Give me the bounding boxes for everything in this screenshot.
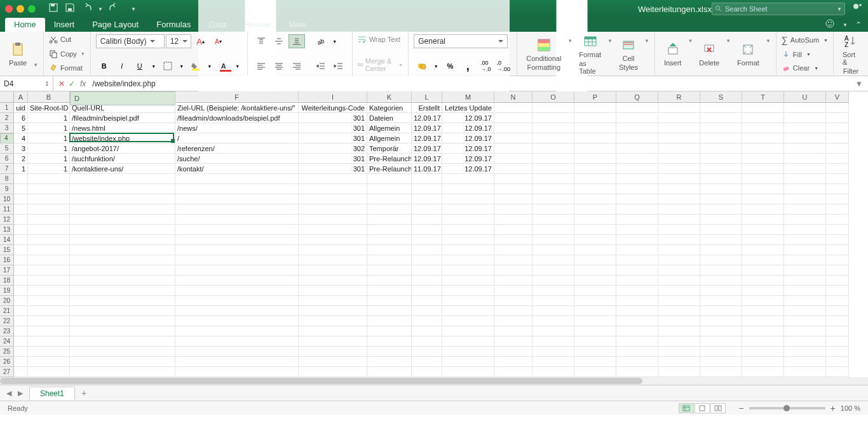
cell[interactable] xyxy=(742,154,784,164)
cell[interactable] xyxy=(367,276,412,286)
cell[interactable] xyxy=(28,255,70,265)
cell[interactable]: 1 xyxy=(28,164,70,174)
cell[interactable] xyxy=(658,143,700,154)
feedback-icon[interactable] xyxy=(825,18,835,31)
cell[interactable] xyxy=(826,265,849,276)
column-header[interactable]: F xyxy=(175,91,299,103)
format-as-table-button[interactable]: Formatas Table xyxy=(575,33,605,75)
column-header[interactable]: I xyxy=(299,91,367,103)
cell[interactable] xyxy=(616,255,658,265)
cell[interactable] xyxy=(70,316,175,326)
row-header[interactable]: 4 xyxy=(0,133,14,143)
cell[interactable] xyxy=(700,286,742,296)
cell[interactable] xyxy=(658,215,700,225)
cell[interactable] xyxy=(14,215,28,225)
cell[interactable] xyxy=(442,184,494,194)
cell[interactable]: /news.html xyxy=(70,123,175,133)
cell[interactable]: 1 xyxy=(28,133,70,143)
cell[interactable] xyxy=(658,347,700,357)
cell[interactable] xyxy=(70,215,175,225)
cell[interactable] xyxy=(70,265,175,276)
cell[interactable] xyxy=(700,255,742,265)
cell[interactable] xyxy=(299,265,367,276)
cell[interactable]: /kontakt/ xyxy=(175,164,299,174)
select-all-corner[interactable] xyxy=(0,91,14,103)
cell[interactable] xyxy=(70,357,175,367)
cell[interactable] xyxy=(616,367,658,377)
cell[interactable] xyxy=(494,306,532,316)
cell[interactable] xyxy=(28,184,70,194)
increase-decimal-button[interactable]: .00→.0 xyxy=(477,59,494,73)
ribbon-tab-formulas[interactable]: Formulas xyxy=(147,18,200,32)
cell[interactable] xyxy=(367,336,412,347)
cell[interactable]: 11.09.17 xyxy=(412,164,442,174)
cell[interactable] xyxy=(574,215,616,225)
cell[interactable] xyxy=(784,367,826,377)
cell[interactable] xyxy=(574,367,616,377)
cell[interactable] xyxy=(574,103,616,113)
cell[interactable] xyxy=(784,123,826,133)
cell[interactable] xyxy=(784,225,826,235)
cell[interactable] xyxy=(700,245,742,255)
cell[interactable]: /suche/ xyxy=(175,154,299,164)
cell[interactable]: uid xyxy=(14,103,28,113)
cell[interactable] xyxy=(742,316,784,326)
cell[interactable] xyxy=(412,336,442,347)
cell[interactable] xyxy=(826,194,849,204)
cell[interactable] xyxy=(742,123,784,133)
cell[interactable] xyxy=(367,255,412,265)
cell[interactable] xyxy=(700,347,742,357)
bold-button[interactable]: B xyxy=(96,59,112,73)
cell[interactable]: /kontaktiere-uns/ xyxy=(70,164,175,174)
cond-format-dropdown[interactable]: ▼ xyxy=(567,38,573,44)
merge-center-button[interactable]: Merge & Center▼ xyxy=(358,57,403,73)
horizontal-scrollbar[interactable] xyxy=(0,377,868,385)
cell[interactable] xyxy=(658,357,700,367)
cell[interactable]: Dateien xyxy=(367,113,412,123)
cell[interactable] xyxy=(14,245,28,255)
cell[interactable] xyxy=(412,194,442,204)
cell[interactable] xyxy=(299,276,367,286)
cell[interactable] xyxy=(70,326,175,336)
styles-dropdown[interactable]: ▼ xyxy=(644,38,649,44)
cell[interactable] xyxy=(14,347,28,357)
cell[interactable] xyxy=(412,286,442,296)
cell[interactable]: 301 xyxy=(299,123,367,133)
cell[interactable] xyxy=(616,113,658,123)
cell[interactable] xyxy=(367,286,412,296)
cell[interactable] xyxy=(532,286,574,296)
cell[interactable] xyxy=(658,306,700,316)
cell[interactable] xyxy=(14,336,28,347)
column-header[interactable]: M xyxy=(442,91,494,103)
cell[interactable] xyxy=(826,276,849,286)
cell[interactable] xyxy=(658,265,700,276)
cell[interactable] xyxy=(826,286,849,296)
cell[interactable] xyxy=(299,316,367,326)
cell[interactable] xyxy=(175,174,299,184)
name-box[interactable]: D4 ▲▼ xyxy=(0,76,53,91)
cell[interactable] xyxy=(494,174,532,184)
cell[interactable] xyxy=(616,174,658,184)
cell[interactable] xyxy=(658,367,700,377)
cell[interactable] xyxy=(28,296,70,306)
cell[interactable] xyxy=(367,357,412,367)
cell[interactable] xyxy=(494,367,532,377)
conditional-formatting-button[interactable]: ConditionalFormatting xyxy=(522,37,565,71)
cell[interactable] xyxy=(494,357,532,367)
cell[interactable] xyxy=(299,225,367,235)
column-header[interactable]: S xyxy=(700,91,742,103)
cell[interactable] xyxy=(175,194,299,204)
cell[interactable] xyxy=(442,265,494,276)
sort-filter-button[interactable]: AZSort &Filter xyxy=(839,33,863,75)
cell[interactable] xyxy=(494,143,532,154)
cell[interactable]: / xyxy=(175,133,299,143)
cell[interactable]: 12.09.17 xyxy=(442,123,494,133)
cell[interactable] xyxy=(28,326,70,336)
cell[interactable] xyxy=(700,296,742,306)
cell[interactable] xyxy=(494,123,532,133)
cell[interactable] xyxy=(14,174,28,184)
maximize-window[interactable] xyxy=(28,5,36,13)
cell[interactable]: 6 xyxy=(14,113,28,123)
formula-input[interactable]: /website/index.php xyxy=(90,79,850,88)
cell[interactable] xyxy=(784,245,826,255)
